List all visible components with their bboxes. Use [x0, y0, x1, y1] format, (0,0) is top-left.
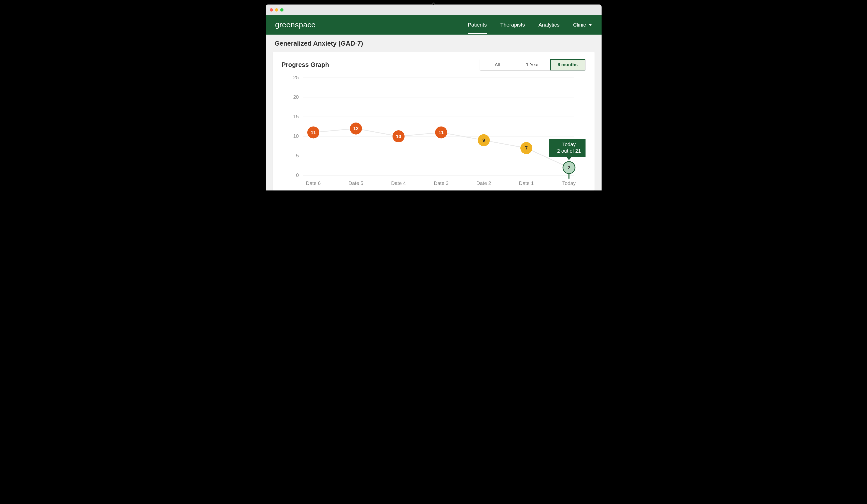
window-minimize-icon[interactable] [275, 8, 278, 12]
data-point-label: 11 [311, 130, 316, 135]
range-all-button[interactable]: All [480, 59, 515, 71]
range-1year-button[interactable]: 1 Year [515, 59, 550, 71]
app-header: greenspace Patients Therapists Analytics… [266, 15, 601, 35]
range-1year-label: 1 Year [526, 62, 539, 67]
x-tick-label: Date 3 [434, 181, 448, 186]
y-tick-label: 25 [293, 75, 299, 80]
nav-clinic[interactable]: Clinic [573, 20, 592, 29]
progress-chart: 0510152025Date 6Date 5Date 4Date 3Date 2… [282, 73, 586, 188]
progress-card: Progress Graph All 1 Year 6 months [273, 52, 595, 191]
tooltip-line2: 2 out of 21 [557, 148, 581, 154]
tooltip-caret-icon [566, 157, 571, 160]
nav-therapists-label: Therapists [500, 22, 525, 28]
chevron-down-icon [589, 24, 592, 26]
y-tick-label: 5 [296, 153, 299, 158]
y-tick-label: 15 [293, 114, 299, 119]
data-point-label: 12 [353, 126, 358, 131]
data-point-label: 2 [567, 165, 570, 170]
x-tick-label: Date 6 [306, 181, 321, 186]
nav-analytics-label: Analytics [538, 22, 559, 28]
x-tick-label: Date 1 [519, 181, 534, 186]
browser-window: greenspace Patients Therapists Analytics… [266, 4, 601, 191]
x-tick-label: Date 5 [349, 181, 363, 186]
range-6months-label: 6 months [557, 62, 578, 67]
data-point-label: 9 [482, 138, 485, 143]
time-range-toggle: All 1 Year 6 months [480, 59, 586, 71]
data-point-label: 10 [396, 134, 401, 139]
device-camera [432, 2, 435, 5]
nav-patients-label: Patients [468, 22, 487, 28]
range-6months-button[interactable]: 6 months [550, 59, 585, 71]
brand-logo: greenspace [275, 21, 316, 29]
data-point-label: 11 [438, 130, 444, 135]
x-tick-label: Date 2 [476, 181, 491, 186]
nav-patients[interactable]: Patients [468, 20, 487, 29]
page-title: Generalized Anxiety (GAD-7) [266, 35, 601, 50]
nav-clinic-label: Clinic [573, 22, 586, 28]
window-maximize-icon[interactable] [280, 8, 283, 12]
browser-titlebar [266, 4, 601, 15]
tooltip-line1: Today [562, 142, 576, 147]
y-tick-label: 20 [293, 94, 299, 100]
data-point-label: 7 [525, 146, 528, 151]
y-tick-label: 10 [293, 133, 299, 139]
x-tick-label: Date 4 [391, 181, 406, 186]
y-tick-label: 0 [296, 172, 299, 178]
window-close-icon[interactable] [270, 8, 273, 12]
card-title: Progress Graph [282, 61, 329, 68]
range-all-label: All [495, 62, 500, 67]
nav-analytics[interactable]: Analytics [538, 20, 559, 29]
nav-therapists[interactable]: Therapists [500, 20, 525, 29]
x-tick-label: Today [562, 181, 576, 186]
main-nav: Patients Therapists Analytics Clinic [468, 20, 592, 29]
